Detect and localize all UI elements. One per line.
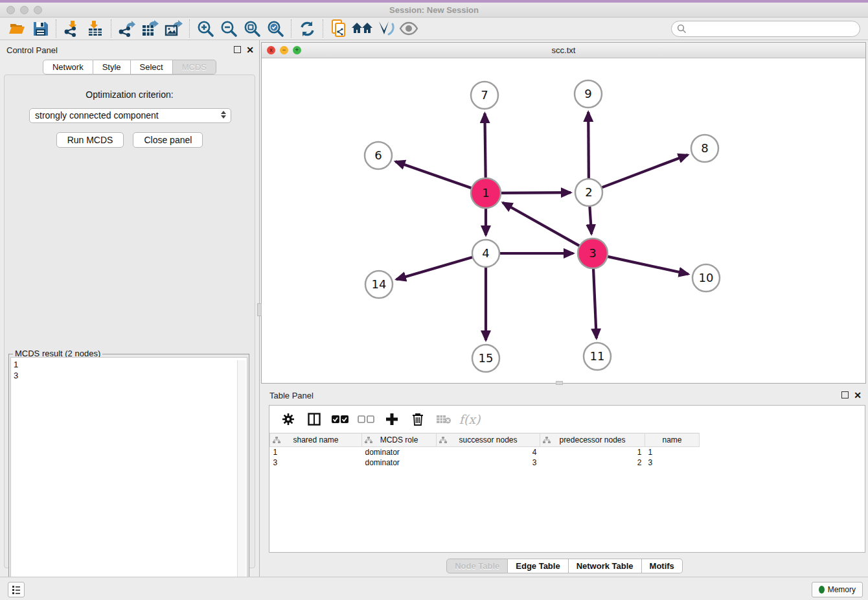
search-box[interactable] [671, 21, 860, 37]
control-panel: Control Panel ✕ Network Style Select MCD… [0, 40, 260, 577]
graph-edge-2-3[interactable] [589, 205, 591, 234]
clone-network-icon [330, 19, 347, 38]
task-history-button[interactable] [8, 582, 25, 597]
control-panel-tabs: Network Style Select MCDS [0, 60, 259, 75]
column-header-name[interactable]: name [645, 433, 700, 447]
cell-predecessor-nodes[interactable]: 2 [540, 457, 645, 468]
export-image-button[interactable] [162, 19, 185, 38]
table-row[interactable]: 3 dominator 3 2 3 [270, 457, 700, 468]
import-table-icon [87, 20, 104, 37]
add-column-button[interactable] [383, 411, 400, 428]
import-table-button[interactable] [84, 19, 107, 38]
deselect-all-button[interactable] [358, 411, 374, 428]
tab-edge-table[interactable]: Edge Table [508, 559, 568, 573]
save-session-button[interactable] [29, 19, 52, 38]
tab-style[interactable]: Style [93, 60, 131, 75]
cell-shared-name[interactable]: 1 [270, 447, 362, 457]
cell-predecessor-nodes[interactable]: 1 [540, 447, 645, 457]
trash-icon [412, 413, 424, 426]
graph-edge-1-2[interactable] [500, 192, 571, 193]
graph-edge-1-7[interactable] [485, 113, 485, 179]
column-header-predecessor-nodes[interactable]: predecessor nodes [540, 433, 645, 447]
network-view-window: x − + scc.txt 7968124314101511 [261, 42, 866, 384]
clone-network-button[interactable] [327, 19, 350, 38]
horizontal-splitter-grip[interactable] [556, 381, 563, 385]
table-settings-button[interactable] [280, 411, 297, 428]
open-folder-icon [8, 21, 25, 36]
refresh-button[interactable] [295, 19, 319, 38]
show-hide-button[interactable] [397, 19, 420, 38]
tab-motifs[interactable]: Motifs [642, 559, 683, 573]
graph-edge-3-1[interactable] [503, 203, 580, 246]
home-button[interactable] [350, 19, 374, 38]
export-network-button[interactable] [115, 19, 139, 38]
zoom-selected-button[interactable] [264, 19, 287, 38]
memory-status-icon [819, 586, 825, 594]
toggle-columns-button[interactable] [306, 411, 323, 428]
graph-edge-4-14[interactable] [396, 257, 474, 280]
close-panel-icon[interactable]: ✕ [246, 45, 254, 55]
tab-select[interactable]: Select [131, 60, 173, 75]
memory-button[interactable]: Memory [812, 582, 863, 597]
control-panel-title: Control Panel [6, 45, 58, 55]
tab-node-table[interactable]: Node Table [446, 559, 508, 573]
close-panel-button[interactable]: Close panel [133, 132, 203, 148]
network-graph-canvas[interactable]: 7968124314101511 [262, 58, 865, 383]
column-type-icon [543, 437, 551, 444]
table-header-row[interactable]: shared name MCDS role successor nodes pr… [270, 433, 700, 447]
delete-column-button[interactable] [409, 411, 426, 428]
export-network-icon [118, 20, 136, 37]
cell-mcds-role[interactable]: dominator [362, 447, 437, 457]
export-table-button[interactable] [139, 19, 162, 38]
gear-icon [282, 413, 295, 426]
tab-mcds[interactable]: MCDS [173, 60, 216, 75]
cell-successor-nodes[interactable]: 3 [437, 457, 540, 468]
zoom-out-button[interactable] [217, 19, 240, 38]
search-input[interactable] [687, 23, 860, 36]
style-brush-icon [377, 20, 394, 37]
open-session-button[interactable] [5, 19, 29, 38]
cell-name[interactable]: 3 [645, 457, 700, 468]
graph-edge-3-11[interactable] [593, 268, 597, 338]
cell-name[interactable]: 1 [645, 447, 700, 457]
close-table-panel-icon[interactable]: ✕ [854, 390, 862, 400]
delete-table-button[interactable] [435, 411, 452, 428]
node-table[interactable]: shared name MCDS role successor nodes pr… [269, 433, 700, 468]
vertical-splitter-grip[interactable] [257, 303, 262, 316]
result-scrollbar[interactable] [237, 360, 246, 595]
column-header-mcds-role[interactable]: MCDS role [362, 433, 437, 447]
mcds-result-text[interactable]: 1 3 [10, 357, 247, 597]
cell-mcds-role[interactable]: dominator [362, 457, 437, 468]
graph-edge-3-10[interactable] [606, 257, 688, 274]
optimization-criterion-label: Optimization criterion: [5, 89, 255, 100]
apply-style-button[interactable] [374, 19, 397, 38]
cell-successor-nodes[interactable]: 4 [437, 447, 540, 457]
delete-table-icon [436, 414, 451, 424]
float-table-panel-icon[interactable] [841, 391, 849, 398]
import-network-button[interactable] [60, 19, 84, 38]
graph-edge-1-6[interactable] [395, 161, 472, 189]
main-toolbar [0, 17, 868, 40]
table-row[interactable]: 1 dominator 4 1 1 [270, 447, 700, 457]
tab-network[interactable]: Network [43, 60, 93, 75]
home-icon [352, 21, 372, 36]
column-header-shared-name[interactable]: shared name [270, 433, 362, 447]
float-panel-icon[interactable] [234, 46, 241, 53]
select-all-button[interactable] [332, 411, 348, 428]
graph-node-label: 2 [585, 185, 592, 199]
tab-network-table[interactable]: Network Table [569, 559, 642, 573]
network-window-titlebar[interactable]: x − + scc.txt [262, 43, 865, 58]
graph-edge-2-8[interactable] [601, 155, 688, 188]
zoom-in-button[interactable] [194, 19, 217, 38]
columns-icon [308, 413, 321, 426]
column-header-successor-nodes[interactable]: successor nodes [437, 433, 540, 447]
function-builder-button[interactable]: f(x) [461, 411, 478, 428]
column-type-icon [365, 437, 372, 444]
optimization-criterion-select[interactable]: strongly connected component [29, 108, 231, 123]
table-panel-tabs: Node Table Edge Table Network Table Moti… [261, 559, 868, 573]
cell-shared-name[interactable]: 3 [270, 457, 362, 468]
graph-edge-2-9[interactable] [588, 112, 589, 179]
unchecked-boxes-icon [358, 415, 374, 424]
run-mcds-button[interactable]: Run MCDS [56, 132, 124, 148]
zoom-fit-button[interactable] [240, 19, 264, 38]
